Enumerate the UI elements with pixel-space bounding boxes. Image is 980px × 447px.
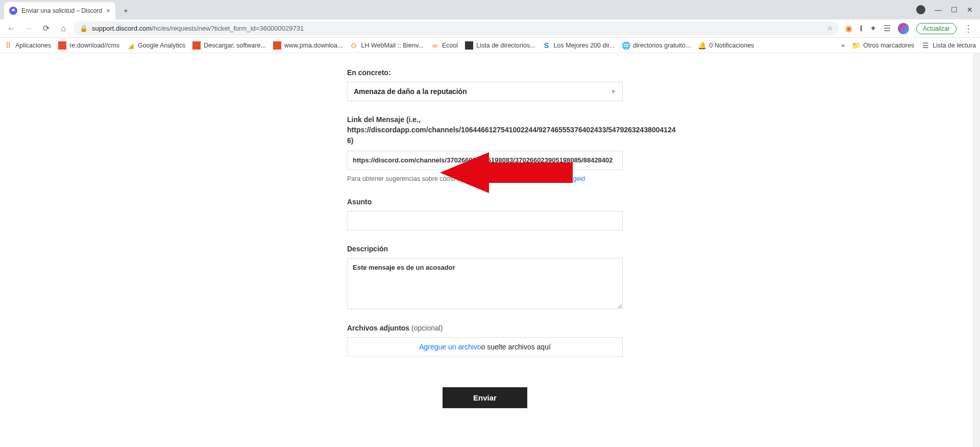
bookmark-item[interactable]: re:download//cms bbox=[58, 41, 119, 50]
bookmark-item[interactable]: SLos Mejores 200 dir... bbox=[543, 41, 615, 50]
message-link-input[interactable] bbox=[347, 151, 623, 170]
bookmark-item[interactable]: 🔔0 Notificaciones bbox=[698, 41, 754, 50]
forward-button[interactable]: → bbox=[21, 21, 36, 36]
close-window-button[interactable]: ✕ bbox=[967, 6, 973, 14]
bookmark-icon: S bbox=[543, 41, 551, 50]
extensions-icon[interactable]: ✦ bbox=[870, 23, 876, 33]
extension-icon-2[interactable]: I bbox=[860, 24, 863, 33]
globe-icon: 🌐 bbox=[622, 41, 630, 50]
new-tab-button[interactable]: ＋ bbox=[118, 4, 133, 18]
threat-type-select[interactable]: Amenaza de daño a la reputación ▼ bbox=[347, 82, 623, 101]
apps-shortcut[interactable]: ⠿ Aplicaciones bbox=[4, 41, 51, 50]
bookmark-item[interactable]: 🌐directorios gratuito... bbox=[622, 41, 691, 50]
add-file-link[interactable]: Agregue un archivo bbox=[419, 343, 481, 351]
select-value: Amenaza de daño a la reputación bbox=[354, 87, 467, 96]
scrollbar-thumb[interactable] bbox=[973, 53, 979, 109]
bell-icon: 🔔 bbox=[698, 41, 706, 50]
browser-toolbar: ← → ⟳ ⌂ 🔒 support.discord.com/hc/es/requ… bbox=[0, 19, 980, 38]
bookmarks-overflow[interactable]: » bbox=[841, 42, 845, 49]
submit-button[interactable]: Enviar bbox=[443, 387, 527, 408]
apps-label: Aplicaciones bbox=[15, 42, 51, 49]
ticket-form: En concreto: Amenaza de daño a la reputa… bbox=[347, 53, 633, 429]
profile-indicator-icon[interactable] bbox=[916, 5, 925, 14]
reading-list[interactable]: ☰Lista de lectura bbox=[921, 41, 976, 50]
star-icon[interactable]: ☆ bbox=[827, 25, 833, 32]
bookmark-icon: ◢ bbox=[127, 41, 135, 50]
folder-icon: 📁 bbox=[852, 41, 860, 50]
bookmark-icon bbox=[192, 41, 201, 50]
attachments-label: Archivos adjuntos (opcional) bbox=[347, 324, 623, 332]
tab-strip: Enviar una solicitud – Discord × ＋ — ☐ ✕ bbox=[0, 0, 980, 19]
bookmark-icon: ⊙ bbox=[350, 41, 358, 50]
section-label: En concreto: bbox=[347, 68, 623, 77]
discord-favicon bbox=[9, 7, 17, 15]
bookmark-item[interactable]: ∞Ecool bbox=[431, 41, 458, 50]
reading-list-icon: ☰ bbox=[921, 41, 929, 50]
lock-icon: 🔒 bbox=[80, 25, 88, 32]
back-button[interactable]: ← bbox=[4, 21, 18, 36]
bookmark-item[interactable]: www.pma.downloa... bbox=[273, 41, 343, 50]
reading-list-icon[interactable]: ☰ bbox=[884, 23, 891, 33]
subject-label: Asunto bbox=[347, 198, 623, 206]
bookmark-item[interactable]: Descargar, software... bbox=[192, 41, 266, 50]
tab-title: Enviar una solicitud – Discord bbox=[21, 7, 102, 14]
bookmark-icon bbox=[58, 41, 66, 50]
apps-grid-icon: ⠿ bbox=[4, 41, 12, 50]
bookmark-item[interactable]: Lista de directorios... bbox=[465, 41, 535, 50]
reload-button[interactable]: ⟳ bbox=[39, 21, 53, 36]
update-button[interactable]: Actualizar bbox=[916, 23, 957, 34]
bookmark-item[interactable]: ◢Google Analytics bbox=[127, 41, 185, 50]
description-textarea[interactable] bbox=[347, 258, 623, 309]
message-link-label: Link del Mensaje (i.e., https://discorda… bbox=[347, 114, 623, 146]
address-bar[interactable]: 🔒 support.discord.com/hc/es/requests/new… bbox=[74, 21, 839, 36]
other-bookmarks[interactable]: 📁Otros marcadores bbox=[852, 41, 914, 50]
tab-close-icon[interactable]: × bbox=[106, 7, 110, 15]
description-label: Descripción bbox=[347, 245, 623, 253]
bookmark-icon bbox=[273, 41, 281, 50]
extension-icon-1[interactable]: ◉ bbox=[845, 23, 852, 33]
bookmark-icon bbox=[465, 41, 473, 50]
bookmark-item[interactable]: ⊙LH WebMail :: Bienv... bbox=[350, 41, 424, 50]
menu-icon[interactable]: ⋮ bbox=[964, 23, 973, 34]
maximize-button[interactable]: ☐ bbox=[951, 6, 958, 14]
page-viewport: En concreto: Amenaza de daño a la reputa… bbox=[0, 53, 980, 447]
minimize-button[interactable]: — bbox=[935, 6, 942, 14]
message-id-hint: Para obtener sugerencias sobre cómo adqu… bbox=[347, 175, 623, 182]
bookmarks-bar: ⠿ Aplicaciones re:download//cms ◢Google … bbox=[0, 38, 980, 53]
attachments-dropzone[interactable]: Agregue un archivo o suelte archivos aqu… bbox=[347, 337, 623, 357]
chevron-down-icon: ▼ bbox=[610, 88, 616, 95]
window-controls: — ☐ ✕ bbox=[916, 0, 980, 19]
url-text: support.discord.com/hc/es/requests/new?t… bbox=[92, 25, 823, 32]
home-button[interactable]: ⌂ bbox=[56, 21, 70, 36]
browser-tab[interactable]: Enviar una solicitud – Discord × bbox=[4, 2, 115, 19]
subject-input[interactable] bbox=[347, 211, 623, 230]
profile-avatar[interactable] bbox=[898, 23, 909, 34]
message-id-link[interactable]: https://dis.gd/messageid bbox=[516, 175, 585, 182]
dropzone-text: o suelte archivos aquí bbox=[481, 343, 551, 351]
bookmark-icon: ∞ bbox=[431, 41, 439, 50]
